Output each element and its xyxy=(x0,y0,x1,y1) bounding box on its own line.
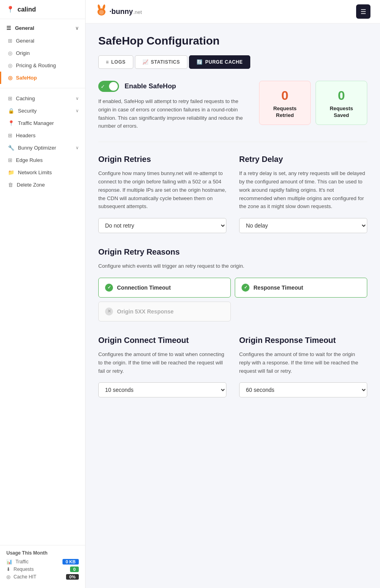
requests-retried-number: 0 xyxy=(264,88,306,103)
sidebar-item-edge-rules[interactable]: ⊞ Edge Rules xyxy=(0,154,85,166)
retry-reasons-title: Origin Retry Reasons xyxy=(98,247,367,257)
response-timeout-title: Origin Response Timeout xyxy=(239,336,367,345)
stat-card-retried: 0 RequestsRetried xyxy=(259,81,311,125)
requests-saved-label: RequestsSaved xyxy=(321,105,362,119)
retry-reasons-section: Origin Retry Reasons Configure which eve… xyxy=(98,247,367,321)
purge-icon: 🔄 xyxy=(197,59,203,65)
svg-point-3 xyxy=(99,10,104,15)
reason-card-origin-5xx[interactable]: ✕ Origin 5XX Response xyxy=(98,302,231,321)
sidebar-item-network-limits[interactable]: 📁 Network Limits xyxy=(0,166,85,179)
enable-safehop-label: Enable SafeHop xyxy=(125,82,176,90)
sidebar-item-headers[interactable]: ⊞ Headers xyxy=(0,129,85,142)
retry-delay-desc: If a retry delay is set, any retry reque… xyxy=(239,169,367,211)
origin-retries-desc: Configure how many times bunny.net will … xyxy=(98,169,226,211)
sidebar-item-origin[interactable]: ◎ Origin xyxy=(0,47,85,59)
sidebar-item-caching-label: Caching xyxy=(16,95,35,101)
safehop-toggle[interactable]: ✓ xyxy=(98,81,119,92)
sidebar-item-safehop[interactable]: ◎ SafeHop xyxy=(0,72,85,84)
sidebar-usage: Usage This Month 📊 Traffic 0 KB ⬇ Reques… xyxy=(0,545,85,588)
usage-requests-value: 0 xyxy=(70,567,79,572)
safehop-left: ✓ Enable SafeHop If enabled, SafeHop wil… xyxy=(98,81,246,130)
sidebar-item-pricing-routing[interactable]: ◎ Pricing & Routing xyxy=(0,59,85,72)
sidebar-item-origin-label: Origin xyxy=(16,50,30,56)
retry-reasons-desc: Configure which events will trigger an r… xyxy=(98,262,367,271)
sidebar-item-bunny-optimizer[interactable]: 🔧 Bunny Optimizer ∨ xyxy=(0,142,85,154)
usage-row-cache: ◎ Cache HIT 0% xyxy=(6,574,79,580)
sidebar-item-network-label: Network Limits xyxy=(18,169,52,175)
tab-logs-label: LOGS xyxy=(111,59,126,65)
usage-traffic-value: 0 KB xyxy=(62,559,79,565)
requests-retried-label: RequestsRetried xyxy=(264,105,306,119)
tab-purge-cache[interactable]: 🔄 PURGE CACHE xyxy=(189,55,250,69)
headers-icon: ⊞ xyxy=(8,132,12,138)
bunny-logo-text: ·bunny xyxy=(109,8,133,16)
sidebar-divider-1 xyxy=(0,88,85,88)
connect-timeout-select[interactable]: 5 seconds 10 seconds 20 seconds 30 secon… xyxy=(98,382,226,397)
toggle-knob xyxy=(109,82,118,91)
bunny-net-text: .net xyxy=(133,9,142,15)
retry-delay-title: Retry Delay xyxy=(239,155,367,164)
location-icon: 📍 xyxy=(6,6,14,13)
sidebar: 📍 calind ☰ General ∨ ⊞ General ◎ Origin … xyxy=(0,0,86,588)
response-timeout-check: ✓ xyxy=(242,284,249,292)
main-content: ·bunny .net ☰ SafeHop Configuration ≡ LO… xyxy=(86,0,380,588)
sidebar-group-general[interactable]: ☰ General ∨ xyxy=(0,21,85,35)
connection-timeout-check: ✓ xyxy=(105,284,113,292)
workspace-name: calind xyxy=(18,6,36,13)
page-title: SafeHop Configuration xyxy=(98,35,367,47)
retry-delay-select[interactable]: No delay 1 second 2 seconds 5 seconds 10… xyxy=(239,218,367,233)
stat-card-saved: 0 RequestsSaved xyxy=(316,81,367,125)
optimizer-arrow: ∨ xyxy=(76,145,79,150)
traffic-icon: 📍 xyxy=(8,120,14,126)
grid-icon: ⊞ xyxy=(8,38,12,44)
response-timeout-desc: Configures the amount of time to wait fo… xyxy=(239,350,367,375)
sidebar-item-traffic-manager[interactable]: 📍 Traffic Manager xyxy=(0,117,85,129)
tab-purge-label: PURGE CACHE xyxy=(205,59,243,65)
response-timeout-select[interactable]: 10 seconds 20 seconds 30 seconds 60 seco… xyxy=(239,382,367,397)
sidebar-item-general-label: General xyxy=(16,38,34,44)
origin-retries-title: Origin Retries xyxy=(98,155,226,164)
sidebar-item-security[interactable]: 🔒 Security ∨ xyxy=(0,105,85,117)
statistics-icon: 📈 xyxy=(142,59,149,65)
reason-grid: ✓ Connection Timeout ✓ Response Timeout … xyxy=(98,278,367,321)
sidebar-item-delete-zone[interactable]: 🗑 Delete Zone xyxy=(0,179,85,191)
safehop-description: If enabled, SafeHop will attempt to retr… xyxy=(98,97,246,130)
connect-timeout-col: Origin Connect Timeout Configures the am… xyxy=(98,336,226,397)
origin-icon: ◎ xyxy=(8,50,12,56)
origin-5xx-check: ✕ xyxy=(105,308,113,315)
sidebar-general-group: ☰ General ∨ ⊞ General ◎ Origin ◎ Pricing… xyxy=(0,19,85,86)
connection-timeout-label: Connection Timeout xyxy=(117,284,171,291)
retry-delay-col: Retry Delay If a retry delay is set, any… xyxy=(239,155,367,233)
reason-card-connection-timeout[interactable]: ✓ Connection Timeout xyxy=(98,278,231,298)
usage-title: Usage This Month xyxy=(6,550,79,556)
tab-logs[interactable]: ≡ LOGS xyxy=(98,55,133,69)
enable-row: ✓ Enable SafeHop xyxy=(98,81,246,92)
network-icon: 📁 xyxy=(8,169,14,175)
retries-delay-section: Origin Retries Configure how many times … xyxy=(98,155,367,233)
sidebar-item-caching[interactable]: ⊞ Caching ∨ xyxy=(0,92,85,105)
sidebar-item-security-label: Security xyxy=(18,108,37,114)
origin-retries-select[interactable]: Do not retry 1 retry 2 retries 3 retries… xyxy=(98,218,226,233)
timeouts-section: Origin Connect Timeout Configures the am… xyxy=(98,336,367,397)
connect-timeout-desc: Configures the amount of time to wait wh… xyxy=(98,350,226,375)
reason-card-response-timeout[interactable]: ✓ Response Timeout xyxy=(235,278,367,298)
response-timeout-label: Response Timeout xyxy=(253,284,303,291)
sidebar-item-general[interactable]: ⊞ General xyxy=(0,35,85,47)
content-area: SafeHop Configuration ≡ LOGS 📈 STATISTIC… xyxy=(86,23,380,423)
connect-timeout-title: Origin Connect Timeout xyxy=(98,336,226,345)
sidebar-item-safehop-label: SafeHop xyxy=(16,75,37,81)
origin-5xx-label: Origin 5XX Response xyxy=(117,308,173,315)
traffic-icon-small: 📊 xyxy=(6,559,12,565)
sidebar-item-delete-label: Delete Zone xyxy=(17,182,45,188)
sidebar-item-traffic-label: Traffic Manager xyxy=(18,120,54,126)
cache-icon-small: ◎ xyxy=(6,574,10,580)
usage-row-requests: ⬇ Requests 0 xyxy=(6,567,79,572)
safehop-icon: ◎ xyxy=(8,75,12,81)
security-arrow: ∨ xyxy=(76,108,79,113)
tab-statistics-label: STATISTICS xyxy=(151,59,180,65)
tab-statistics[interactable]: 📈 STATISTICS xyxy=(135,55,188,69)
sidebar-item-edge-label: Edge Rules xyxy=(16,157,43,163)
usage-cache-label: Cache HIT xyxy=(14,574,36,580)
menu-button[interactable]: ☰ xyxy=(356,4,370,19)
toggle-check-icon: ✓ xyxy=(101,84,105,90)
